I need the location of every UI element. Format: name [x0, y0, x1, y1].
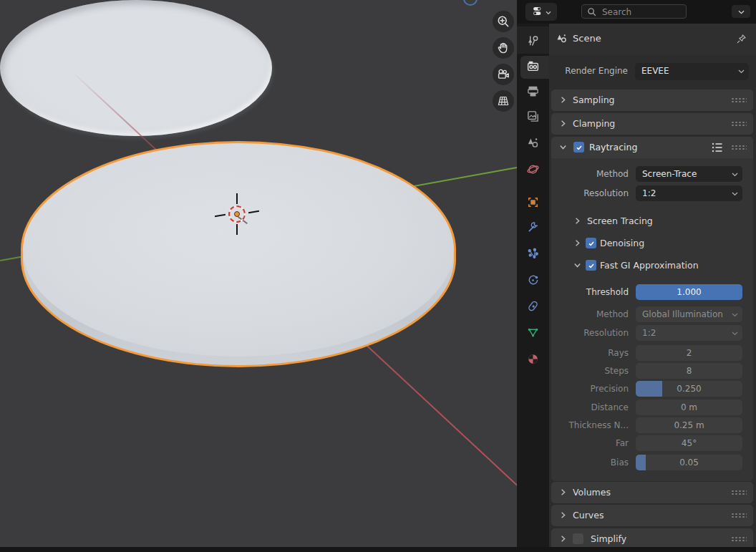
gi-method-label: Method: [551, 309, 629, 319]
threshold-slider[interactable]: 1.000: [636, 284, 742, 300]
camera-view-button[interactable]: [493, 64, 514, 85]
simplify-checkbox[interactable]: [573, 533, 583, 544]
presets-list-icon[interactable]: [712, 142, 724, 153]
gi-method-row: Method Global Illumination: [551, 306, 753, 322]
panel-clamping[interactable]: Clamping: [551, 113, 753, 135]
render-engine-value: EEVEE: [641, 66, 669, 76]
tab-render[interactable]: [525, 59, 541, 74]
far-field: 45°: [636, 435, 742, 451]
threshold-value: 1.000: [636, 287, 742, 297]
editor-menu-button[interactable]: [732, 5, 750, 18]
panel-volumes[interactable]: Volumes: [551, 482, 753, 503]
navigation-gizmo[interactable]: [463, 0, 478, 6]
resolution-value: 1:2: [642, 188, 656, 198]
object-icon: [526, 195, 540, 211]
zoom-button[interactable]: [493, 11, 514, 32]
plate-object[interactable]: [23, 143, 454, 357]
search-field[interactable]: [581, 4, 687, 19]
resolution-label: Resolution: [551, 188, 629, 198]
tab-constraints[interactable]: [525, 299, 541, 314]
gi-method-dropdown: Global Illumination: [636, 306, 742, 322]
panel-title: Raytracing: [589, 142, 637, 152]
panel-raytracing: Raytracing Method Screen-Trace: [551, 137, 753, 481]
check-icon: [588, 262, 595, 269]
breadcrumb: Scene: [549, 24, 756, 55]
render-engine-dropdown[interactable]: EEVEE: [635, 63, 749, 80]
denoising-checkbox[interactable]: [586, 238, 596, 248]
tab-modifiers[interactable]: [525, 221, 541, 236]
tab-world[interactable]: [525, 163, 541, 178]
panel-drag-grip[interactable]: [731, 490, 747, 495]
method-dropdown[interactable]: Screen-Trace: [636, 166, 742, 182]
chevron-right-icon: [573, 239, 581, 247]
3d-viewport[interactable]: [0, 0, 517, 547]
pin-icon[interactable]: [735, 33, 747, 47]
method-row: Method Screen-Trace: [551, 166, 753, 182]
scene-icon: [526, 136, 540, 152]
tab-tool[interactable]: [525, 34, 541, 49]
far-value: 45°: [636, 438, 742, 448]
panel-sampling[interactable]: Sampling: [551, 89, 753, 111]
panel-title: Sampling: [573, 95, 615, 105]
panel-drag-grip[interactable]: [731, 513, 747, 518]
tab-physics[interactable]: [525, 273, 541, 289]
chevron-right-icon: [573, 217, 581, 225]
threshold-label: Threshold: [551, 287, 629, 297]
output-icon: [526, 84, 540, 100]
panel-drag-grip[interactable]: [731, 97, 747, 103]
chevron-down-icon: [546, 7, 551, 17]
render-icon: [526, 59, 540, 75]
resolution-dropdown[interactable]: 1:2: [636, 185, 742, 201]
tab-object[interactable]: [525, 195, 541, 210]
modifiers-icon: [526, 221, 540, 236]
blender-window: Scene Render Engine EEVEE Samplin: [0, 0, 756, 552]
tab-output[interactable]: [525, 84, 541, 100]
thickness-value: 0.25 m: [636, 420, 742, 430]
precision-row: Precision 0.250: [551, 381, 753, 397]
fast-gi-checkbox[interactable]: [586, 260, 596, 271]
gi-resolution-row: Resolution 1:2: [551, 325, 753, 341]
toggle-grid-button[interactable]: [493, 90, 514, 112]
chevron-down-icon: [738, 6, 745, 16]
properties-editor-icon: [532, 5, 544, 19]
raytracing-checkbox[interactable]: [573, 142, 584, 152]
subpanel-screen-tracing[interactable]: Screen Tracing: [551, 213, 753, 229]
gi-resolution-value: 1:2: [642, 328, 656, 338]
tab-view-layer[interactable]: [525, 110, 541, 125]
pan-button[interactable]: [493, 37, 514, 59]
thickness-row: Thickness N... 0.25 m: [551, 417, 753, 433]
properties-tab-strip: [517, 24, 549, 552]
tab-object-data[interactable]: [525, 326, 541, 341]
panel-raytracing-header[interactable]: Raytracing: [551, 137, 753, 158]
rays-label: Rays: [551, 348, 629, 358]
particles-icon: [526, 247, 540, 263]
chevron-right-icon: [559, 120, 567, 127]
check-icon: [576, 144, 583, 151]
zoom-icon: [496, 14, 510, 29]
panel-title: Simplify: [591, 533, 626, 544]
physics-icon: [526, 273, 540, 289]
gi-resolution-label: Resolution: [551, 328, 629, 338]
thickness-field: 0.25 m: [636, 417, 742, 433]
panel-title: Curves: [573, 510, 604, 520]
editor-type-button[interactable]: [525, 3, 557, 21]
3d-cursor: [228, 205, 246, 223]
distance-field: 0 m: [636, 400, 742, 415]
tab-material[interactable]: [525, 352, 541, 367]
breadcrumb-scene[interactable]: Scene: [573, 33, 601, 44]
subpanel-fast-gi[interactable]: Fast GI Approximation: [551, 258, 753, 273]
panel-drag-grip[interactable]: [731, 145, 747, 150]
chevron-down-icon: [559, 143, 567, 151]
distance-row: Distance 0 m: [551, 400, 753, 415]
subpanel-denoising[interactable]: Denoising: [551, 236, 753, 251]
properties-content: Scene Render Engine EEVEE Samplin: [549, 24, 756, 552]
distance-value: 0 m: [636, 402, 742, 412]
tab-particles[interactable]: [525, 247, 541, 262]
panel-curves[interactable]: Curves: [551, 505, 753, 526]
search-input[interactable]: [601, 5, 686, 19]
panel-drag-grip[interactable]: [731, 121, 747, 127]
material-icon: [526, 352, 540, 368]
tab-scene[interactable]: [525, 136, 541, 151]
panel-drag-grip[interactable]: [731, 536, 747, 542]
method-value: Screen-Trace: [642, 169, 697, 179]
